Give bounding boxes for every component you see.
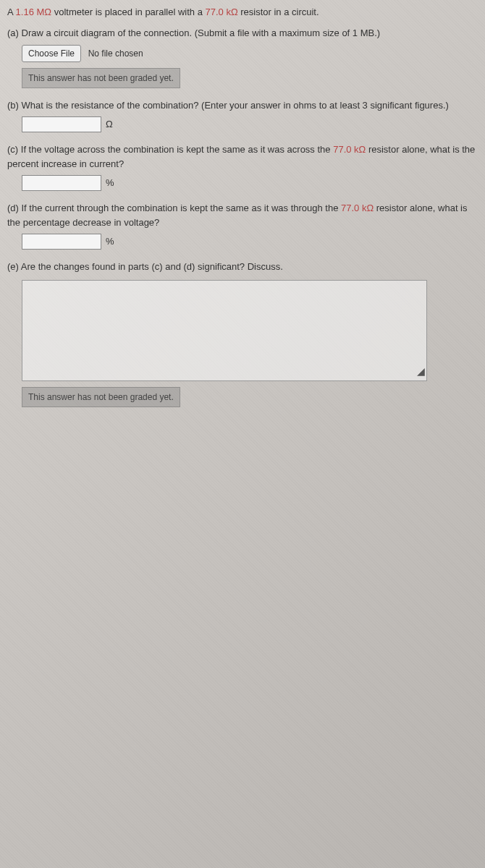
part-d-value: 77.0 kΩ [341,203,374,213]
part-b-label: (b) [7,100,19,111]
part-c-unit: % [106,176,114,190]
part-b: (b) What is the resistance of the combin… [7,98,478,133]
part-b-input[interactable] [22,116,101,132]
part-c: (c) If the voltage across the combinatio… [7,142,478,191]
part-e-textarea[interactable]: ◢ [22,280,427,381]
part-b-text: What is the resistance of the combinatio… [19,100,449,111]
problem-intro: A 1.16 MΩ voltmeter is placed in paralle… [7,6,478,19]
part-e-label: (e) [7,261,19,272]
part-a-text: Draw a circuit diagram of the connection… [19,27,380,38]
file-upload-row: Choose File No file chosen [22,45,478,62]
intro-mid: voltmeter is placed in parallel with a [51,7,205,17]
part-d-unit: % [106,234,114,249]
part-c-label: (c) [7,144,18,155]
graded-notice-e: This answer has not been graded yet. [22,387,180,407]
part-a: (a) Draw a circuit diagram of the connec… [7,26,478,88]
resize-handle-icon[interactable]: ◢ [417,364,425,379]
intro-value-2: 77.0 kΩ [205,7,237,17]
part-d-input-row: % [22,234,478,250]
intro-value-1: 1.16 MΩ [16,7,51,17]
part-a-label: (a) [7,27,19,38]
part-d-label: (d) [7,203,19,213]
graded-notice-a: This answer has not been graded yet. [22,68,180,88]
part-c-value: 77.0 kΩ [333,144,366,155]
part-c-input[interactable] [22,175,101,191]
choose-file-button[interactable]: Choose File [22,45,81,62]
part-d-text-pre: If the current through the combination i… [19,203,341,213]
part-d: (d) If the current through the combinati… [7,201,478,250]
intro-suffix: resistor in a circuit. [238,7,319,17]
intro-prefix: A [7,7,16,17]
part-d-input[interactable] [22,234,101,250]
part-c-text-pre: If the voltage across the combination is… [18,144,333,155]
file-status-text: No file chosen [88,48,143,59]
part-b-input-row: Ω [22,116,478,132]
part-b-unit: Ω [106,117,113,132]
part-c-input-row: % [22,175,478,191]
part-e: (e) Are the changes found in parts (c) a… [7,260,478,407]
part-e-text: Are the changes found in parts (c) and (… [19,261,283,272]
